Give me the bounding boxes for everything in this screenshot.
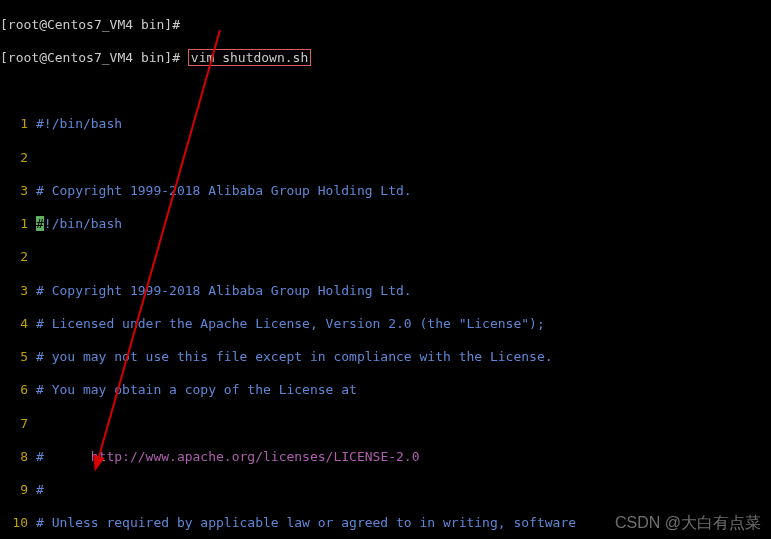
prompt-line-cmd: [root@Centos7_VM4 bin]# vim shutdown.sh [0,50,771,67]
line-number: 3 [0,183,28,200]
blank-line [0,83,771,100]
prompt: [root@Centos7_VM4 bin]# [0,50,188,65]
code-line: 1#!/bin/bash [0,216,771,233]
code-line: 9# [0,482,771,499]
line-number: 10 [0,515,28,532]
code-line: 8# http://www.apache.org/licenses/LICENS… [0,449,771,466]
code-line: 7 [0,416,771,433]
line-number: 1 [0,116,28,133]
watermark: CSDN @大白有点菜 [615,513,761,533]
code-line: 4# Licensed under the Apache License, Ve… [0,316,771,333]
prompt-line: [root@Centos7_VM4 bin]# [0,17,771,34]
line-number: 7 [0,416,28,433]
code-line: 3# Copyright 1999-2018 Alibaba Group Hol… [0,183,771,200]
code-line: 6# You may obtain a copy of the License … [0,382,771,399]
command-entered: vim shutdown.sh [188,49,311,66]
line-number: 3 [0,283,28,300]
line-number: 4 [0,316,28,333]
code-line: 1#!/bin/bash [0,116,771,133]
cursor-char: # [36,216,44,231]
line-number: 6 [0,382,28,399]
code-line: 2 [0,249,771,266]
terminal[interactable]: [root@Centos7_VM4 bin]# [root@Centos7_VM… [0,0,771,539]
line-number: 8 [0,449,28,466]
code-line: 5# you may not use this file except in c… [0,349,771,366]
line-number: 5 [0,349,28,366]
line-number: 2 [0,150,28,167]
prompt: [root@Centos7_VM4 bin]# [0,17,180,32]
line-number: 2 [0,249,28,266]
code-line: 3# Copyright 1999-2018 Alibaba Group Hol… [0,283,771,300]
line-number: 1 [0,216,28,233]
line-number: 9 [0,482,28,499]
code-line: 2 [0,150,771,167]
